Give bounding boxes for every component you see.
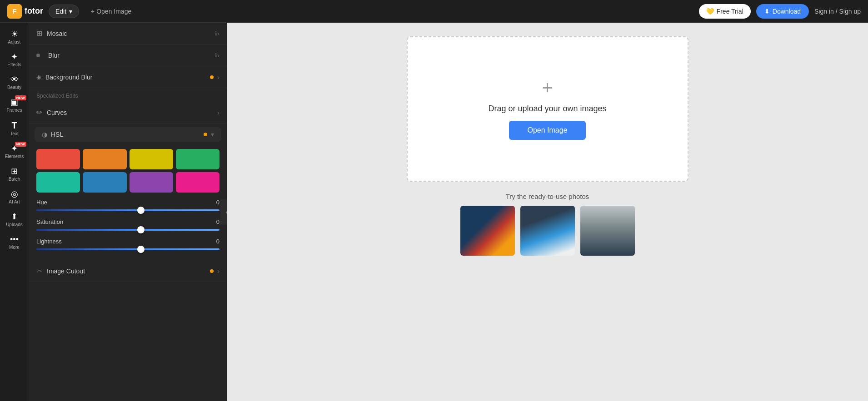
panel-collapse-toggle[interactable]: ‹: [220, 199, 227, 225]
swatch-orange[interactable]: [83, 149, 126, 169]
mosaic-chevron-icon: ›: [217, 30, 219, 37]
sidebar-item-frames[interactable]: NEW ▣ Frames: [2, 94, 27, 116]
signin-label: Sign in / Sign up: [814, 8, 861, 15]
topbar: F fotor Edit ▾ + Open Image 💛 Free Trial…: [0, 0, 868, 23]
download-button[interactable]: ⬇ Download: [756, 4, 809, 19]
swatch-red[interactable]: [36, 149, 80, 169]
sidebar-item-adjust[interactable]: ☀ Adjust: [2, 26, 27, 48]
batch-icon: ⊞: [11, 167, 18, 175]
sample-photo-1-image: [460, 206, 515, 256]
blur-row[interactable]: Blur ℹ ›: [29, 45, 227, 66]
sidebar-item-elements-label: Elements: [5, 154, 24, 159]
background-blur-row[interactable]: ◉ Background Blur ›: [29, 66, 227, 88]
specialized-edits-label: Specialized Edits: [36, 93, 78, 99]
swatch-yellow[interactable]: [130, 149, 173, 169]
hsl-circle-icon: ◑: [42, 131, 47, 138]
hue-value: 0: [216, 199, 219, 206]
sample-photo-2[interactable]: [520, 206, 575, 256]
image-cutout-icon: ✂: [36, 267, 42, 275]
sidebar-item-adjust-label: Adjust: [8, 40, 21, 45]
beauty-icon: 👁: [10, 75, 19, 84]
swatch-green[interactable]: [176, 149, 219, 169]
image-cutout-chevron-icon: ›: [217, 267, 219, 275]
image-cutout-dot: [210, 269, 214, 273]
swatch-purple[interactable]: [130, 172, 173, 193]
saturation-slider-track[interactable]: [36, 229, 219, 231]
sidebar-item-effects[interactable]: ✦ Effects: [2, 49, 27, 71]
sidebar-item-beauty[interactable]: 👁 Beauty: [2, 72, 27, 94]
canvas-area: + Drag or upload your own images Open Im…: [227, 23, 868, 401]
curves-row[interactable]: ✏ Curves ›: [29, 102, 227, 124]
sample-photo-3[interactable]: [580, 206, 635, 256]
hue-label: Hue: [36, 199, 47, 206]
color-swatches-grid: [29, 145, 227, 196]
text-icon: T: [11, 121, 17, 130]
lightness-slider-thumb[interactable]: [137, 246, 145, 253]
edit-button[interactable]: Edit ▾: [49, 5, 79, 18]
saturation-label: Saturation: [36, 218, 63, 225]
sidebar-item-batch-label: Batch: [9, 177, 20, 182]
image-cutout-label: Image Cutout: [47, 267, 210, 275]
hue-slider-row: Hue 0: [36, 199, 219, 211]
panel: ⊞ Mosaic ℹ › Blur ℹ › ◉ Background Blur …: [29, 23, 227, 401]
sidebar-item-effects-label: Effects: [7, 62, 21, 67]
lightness-label: Lightness: [36, 238, 62, 245]
swatch-blue[interactable]: [83, 172, 126, 193]
hsl-row[interactable]: ◑ HSL ▾: [35, 127, 221, 142]
lightness-slider-track[interactable]: [36, 248, 219, 250]
blur-dot: [36, 54, 40, 57]
upload-zone[interactable]: + Drag or upload your own images Open Im…: [407, 36, 688, 182]
left-sidebar: ☀ Adjust ✦ Effects 👁 Beauty NEW ▣ Frames…: [0, 23, 29, 401]
saturation-slider-thumb[interactable]: [137, 226, 145, 233]
sample-photo-1[interactable]: [460, 206, 515, 256]
sidebar-item-ai-art[interactable]: ◎ AI Art: [2, 186, 27, 208]
specialized-edits-header: Specialized Edits: [29, 88, 227, 102]
mosaic-row[interactable]: ⊞ Mosaic ℹ ›: [29, 23, 227, 45]
hue-slider-thumb[interactable]: [137, 207, 145, 214]
background-blur-dot: [210, 75, 214, 79]
logo-text: fotor: [25, 6, 43, 16]
free-trial-button[interactable]: 💛 Free Trial: [699, 4, 751, 19]
topbar-right: 💛 Free Trial ⬇ Download Sign in / Sign u…: [699, 4, 861, 19]
main-layout: ☀ Adjust ✦ Effects 👁 Beauty NEW ▣ Frames…: [0, 23, 868, 401]
swatch-pink[interactable]: [176, 172, 219, 193]
collapse-icon: ‹: [225, 208, 227, 216]
hsl-dot: [204, 133, 207, 136]
sample-photo-2-image: [520, 206, 575, 256]
open-image-top-button[interactable]: + Open Image: [85, 5, 138, 18]
sidebar-item-uploads-label: Uploads: [6, 222, 23, 227]
sidebar-item-more-label: More: [9, 245, 20, 250]
mosaic-label: Mosaic: [47, 30, 213, 37]
upload-plus-icon: +: [542, 79, 553, 97]
download-icon: ⬇: [764, 8, 770, 15]
open-image-main-button[interactable]: Open Image: [509, 121, 585, 140]
sidebar-item-more[interactable]: ••• More: [2, 232, 27, 253]
ready-to-use-text: Try the ready-to-use photos: [506, 193, 589, 200]
sidebar-item-ai-art-label: AI Art: [9, 199, 20, 204]
saturation-slider-row: Saturation 0: [36, 218, 219, 231]
sidebar-item-uploads[interactable]: ⬆ Uploads: [2, 209, 27, 231]
ai-art-icon: ◎: [11, 190, 18, 198]
sidebar-item-beauty-label: Beauty: [7, 85, 21, 90]
sidebar-item-text[interactable]: T Text: [2, 117, 27, 140]
edit-chevron-icon: ▾: [69, 8, 72, 15]
adjust-icon: ☀: [11, 30, 18, 38]
sidebar-item-elements[interactable]: NEW ✦ Elements: [2, 141, 27, 163]
sidebar-item-text-label: Text: [10, 131, 18, 136]
open-image-main-label: Open Image: [527, 126, 567, 134]
slider-section: Hue 0 Saturation 0 Lig: [29, 196, 227, 260]
mosaic-icon: ⊞: [36, 29, 42, 38]
curves-label: Curves: [47, 109, 217, 116]
sidebar-item-batch[interactable]: ⊞ Batch: [2, 163, 27, 185]
curves-icon: ✏: [36, 108, 42, 117]
image-cutout-row[interactable]: ✂ Image Cutout ›: [29, 260, 227, 282]
sample-photo-3-image: [580, 206, 635, 256]
swatch-cyan[interactable]: [36, 172, 80, 193]
open-image-top-label: + Open Image: [91, 8, 131, 15]
lightness-slider-row: Lightness 0: [36, 238, 219, 250]
elements-new-badge: NEW: [15, 142, 26, 147]
signin-button[interactable]: Sign in / Sign up: [814, 8, 861, 15]
hue-slider-track[interactable]: [36, 209, 219, 211]
free-trial-label: Free Trial: [717, 8, 743, 15]
lightness-slider-header: Lightness 0: [36, 238, 219, 245]
